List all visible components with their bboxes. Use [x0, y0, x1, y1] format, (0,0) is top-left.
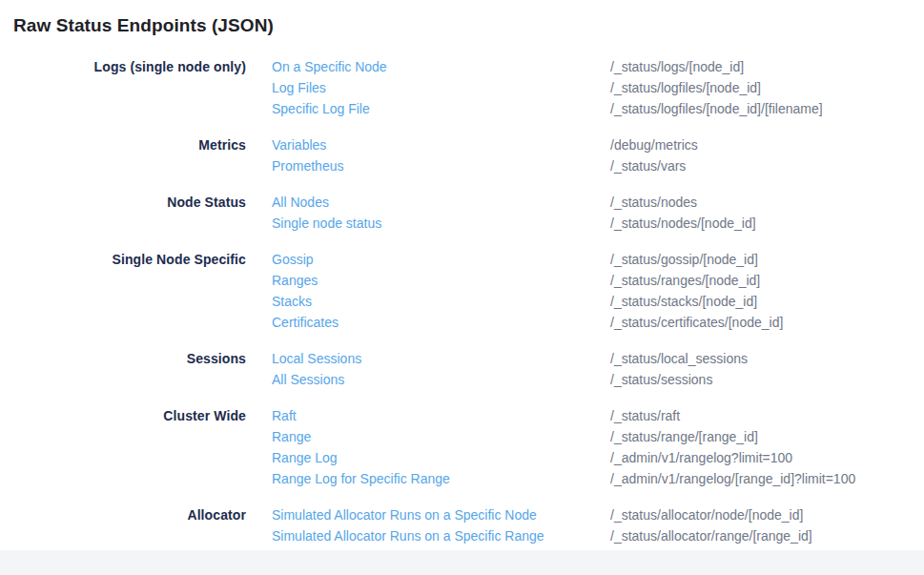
- section-rows: Local Sessions /_status/local_sessions A…: [272, 348, 748, 390]
- footer-strip: [0, 550, 924, 575]
- endpoint-row: All Sessions /_status/sessions: [272, 369, 748, 390]
- page-title: Raw Status Endpoints (JSON): [0, 0, 924, 36]
- endpoint-link[interactable]: Range: [272, 426, 610, 447]
- section-rows: Simulated Allocator Runs on a Specific N…: [272, 504, 812, 546]
- section-label: Logs (single node only): [0, 56, 246, 77]
- endpoint-path: /_admin/v1/rangelog/[range_id]?limit=100: [610, 468, 855, 489]
- endpoint-path: /_status/logfiles/[node_id]: [610, 77, 761, 98]
- section-rows: Gossip /_status/gossip/[node_id] Ranges …: [272, 249, 783, 333]
- raw-status-endpoints-page: Raw Status Endpoints (JSON) Logs (single…: [0, 0, 924, 575]
- endpoint-path: /_status/local_sessions: [610, 348, 748, 369]
- endpoint-link[interactable]: Prometheus: [272, 155, 610, 176]
- endpoint-row: Range /_status/range/[range_id]: [272, 426, 855, 447]
- endpoint-link[interactable]: Ranges: [272, 270, 610, 291]
- endpoint-section: Allocator Simulated Allocator Runs on a …: [0, 504, 924, 546]
- endpoint-path: /_status/gossip/[node_id]: [610, 249, 758, 270]
- endpoint-row: Prometheus /_status/vars: [272, 155, 698, 176]
- endpoint-path: /_status/sessions: [610, 369, 712, 390]
- endpoint-link[interactable]: Simulated Allocator Runs on a Specific R…: [272, 525, 610, 546]
- endpoint-section: Sessions Local Sessions /_status/local_s…: [0, 348, 924, 390]
- endpoint-path: /_status/range/[range_id]: [610, 426, 758, 447]
- endpoint-section: Single Node Specific Gossip /_status/gos…: [0, 249, 924, 333]
- section-rows: On a Specific Node /_status/logs/[node_i…: [272, 56, 823, 119]
- endpoint-row: Simulated Allocator Runs on a Specific N…: [272, 504, 812, 525]
- endpoint-link[interactable]: Log Files: [272, 77, 610, 98]
- endpoint-row: On a Specific Node /_status/logs/[node_i…: [272, 56, 823, 77]
- endpoint-row: All Nodes /_status/nodes: [272, 192, 756, 213]
- endpoint-path: /debug/metrics: [610, 134, 698, 155]
- endpoint-link[interactable]: Gossip: [272, 249, 610, 270]
- endpoint-row: Local Sessions /_status/local_sessions: [272, 348, 748, 369]
- endpoint-link[interactable]: Variables: [272, 134, 610, 155]
- endpoint-path: /_status/certificates/[node_id]: [610, 312, 783, 333]
- endpoint-path: /_status/logs/[node_id]: [610, 56, 744, 77]
- endpoint-link[interactable]: All Sessions: [272, 369, 610, 390]
- endpoint-row: Raft /_status/raft: [272, 405, 855, 426]
- endpoint-path: /_admin/v1/rangelog?limit=100: [610, 447, 792, 468]
- endpoint-row: Simulated Allocator Runs on a Specific R…: [272, 525, 812, 546]
- endpoint-section: Metrics Variables /debug/metrics Prometh…: [0, 134, 924, 176]
- endpoint-section: Node Status All Nodes /_status/nodes Sin…: [0, 192, 924, 234]
- endpoint-link[interactable]: Range Log: [272, 447, 610, 468]
- endpoint-link[interactable]: Single node status: [272, 213, 610, 234]
- endpoint-row: Single node status /_status/nodes/[node_…: [272, 213, 756, 234]
- endpoint-row: Gossip /_status/gossip/[node_id]: [272, 249, 783, 270]
- endpoint-section: Logs (single node only) On a Specific No…: [0, 56, 924, 119]
- endpoint-path: /_status/raft: [610, 405, 680, 426]
- endpoint-link[interactable]: Range Log for Specific Range: [272, 468, 610, 489]
- section-label: Single Node Specific: [0, 249, 246, 270]
- endpoint-row: Certificates /_status/certificates/[node…: [272, 312, 783, 333]
- endpoint-row: Range Log /_admin/v1/rangelog?limit=100: [272, 447, 855, 468]
- section-label: Sessions: [0, 348, 246, 369]
- endpoint-path: /_status/stacks/[node_id]: [610, 291, 757, 312]
- section-label: Node Status: [0, 192, 246, 213]
- section-rows: Raft /_status/raft Range /_status/range/…: [272, 405, 855, 489]
- section-label: Cluster Wide: [0, 405, 246, 426]
- endpoint-row: Log Files /_status/logfiles/[node_id]: [272, 77, 823, 98]
- endpoint-link[interactable]: Raft: [272, 405, 610, 426]
- section-rows: All Nodes /_status/nodes Single node sta…: [272, 192, 756, 234]
- endpoint-path: /_status/ranges/[node_id]: [610, 270, 760, 291]
- endpoint-row: Ranges /_status/ranges/[node_id]: [272, 270, 783, 291]
- section-label: Allocator: [0, 504, 246, 525]
- endpoint-row: Specific Log File /_status/logfiles/[nod…: [272, 98, 823, 119]
- endpoint-link[interactable]: Local Sessions: [272, 348, 610, 369]
- endpoint-path: /_status/allocator/node/[node_id]: [610, 504, 803, 525]
- endpoint-path: /_status/nodes: [610, 192, 697, 213]
- section-label: Metrics: [0, 134, 246, 155]
- endpoint-link[interactable]: Certificates: [272, 312, 610, 333]
- endpoint-link[interactable]: On a Specific Node: [272, 56, 610, 77]
- endpoint-row: Range Log for Specific Range /_admin/v1/…: [272, 468, 855, 489]
- endpoint-section: Cluster Wide Raft /_status/raft Range /_…: [0, 405, 924, 489]
- endpoint-link[interactable]: Specific Log File: [272, 98, 610, 119]
- endpoint-path: /_status/logfiles/[node_id]/[filename]: [610, 98, 823, 119]
- endpoint-link[interactable]: Simulated Allocator Runs on a Specific N…: [272, 504, 610, 525]
- endpoint-link[interactable]: Stacks: [272, 291, 610, 312]
- endpoint-row: Variables /debug/metrics: [272, 134, 698, 155]
- endpoint-path: /_status/vars: [610, 155, 686, 176]
- endpoint-sections: Logs (single node only) On a Specific No…: [0, 56, 924, 546]
- endpoint-row: Stacks /_status/stacks/[node_id]: [272, 291, 783, 312]
- section-rows: Variables /debug/metrics Prometheus /_st…: [272, 134, 698, 176]
- endpoint-path: /_status/allocator/range/[range_id]: [610, 525, 812, 546]
- endpoint-path: /_status/nodes/[node_id]: [610, 213, 756, 234]
- endpoint-link[interactable]: All Nodes: [272, 192, 610, 213]
